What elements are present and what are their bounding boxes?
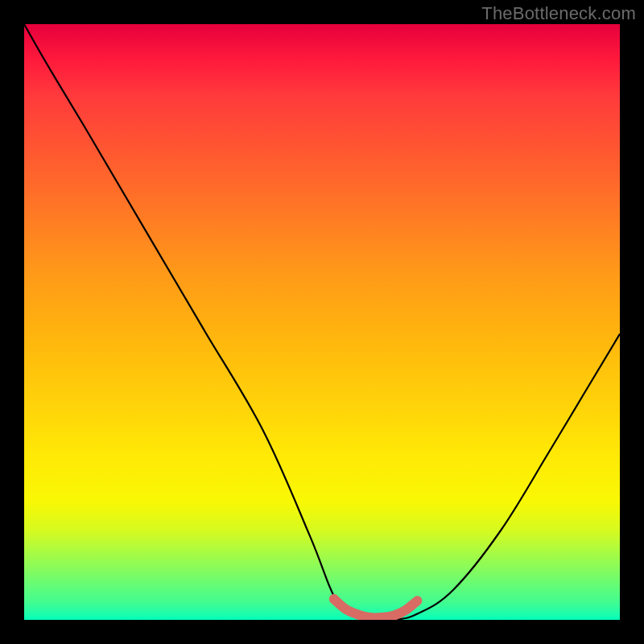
- chart-frame: TheBottleneck.com: [0, 0, 644, 644]
- plot-area: [24, 24, 620, 620]
- optimal-zone-marker-line: [334, 599, 418, 617]
- chart-svg: [24, 24, 620, 620]
- watermark-text: TheBottleneck.com: [481, 3, 636, 24]
- bottleneck-curve-line: [24, 24, 620, 620]
